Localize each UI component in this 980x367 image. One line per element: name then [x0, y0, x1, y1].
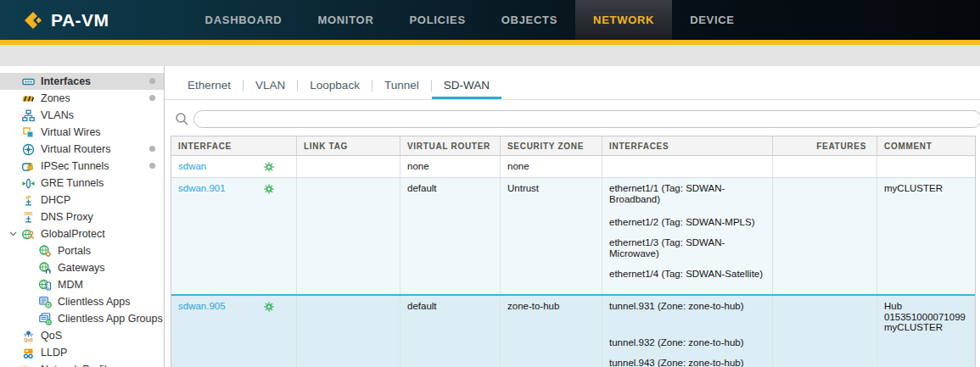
tab-loopback[interactable]: Loopback [298, 79, 372, 99]
sidebar-item-label: Clientless App Groups [58, 313, 163, 325]
mdm-icon [39, 279, 52, 292]
sidebar-item-virtual-routers[interactable]: Virtual Routers [0, 141, 164, 158]
svg-text:DNS: DNS [25, 212, 33, 216]
column-header-features[interactable]: FEATURES [773, 136, 877, 156]
cell-comment: myCLUSTER [877, 178, 975, 294]
dhcp-icon: IP [22, 194, 35, 207]
sidebar-item-label: Virtual Routers [41, 143, 110, 155]
sdwan-interfaces-table: INTERFACE LINK TAG VIRTUAL ROUTER SECURI… [171, 136, 976, 367]
qos-icon: QoS [22, 330, 35, 342]
interface-entry: ethernet1/2 (Tag: SDWAN-MPLS) [609, 217, 765, 228]
sidebar-item-vlans[interactable]: VLANs [0, 107, 164, 124]
svg-text:IP: IP [26, 194, 31, 199]
sidebar-item-label: Clientless Apps [58, 296, 130, 308]
cell-link-tag [297, 156, 400, 177]
nav-network[interactable]: NETWORK [575, 0, 672, 40]
sidebar-item-dhcp[interactable]: IP DHCP [0, 192, 164, 209]
sidebar-item-label: LLDP [41, 347, 67, 359]
comment-line: Hub [884, 301, 968, 312]
paloalto-logo-icon [23, 10, 43, 31]
sidebar-item-ipsec-tunnels[interactable]: IPSec Tunnels [0, 158, 164, 175]
cell-interfaces: tunnel.931 (Zone: zone-to-hub) tunnel.93… [602, 296, 773, 367]
cell-comment [877, 156, 975, 177]
interface-entry: ethernet1/4 (Tag: SDWAN-Satellite) [609, 269, 765, 280]
sidebar-item-zones[interactable]: Zones [0, 90, 164, 107]
sidebar-item-qos[interactable]: QoS QoS [0, 327, 164, 344]
column-header-interface[interactable]: INTERFACE [171, 136, 297, 156]
search-input[interactable] [193, 110, 980, 128]
gear-icon[interactable] [264, 162, 274, 172]
virtual-wires-icon [22, 126, 35, 139]
tab-sdwan[interactable]: SD-WAN [432, 79, 501, 99]
gear-icon[interactable] [264, 302, 274, 312]
interface-link-sdwan-905[interactable]: sdwan.905 [178, 301, 226, 311]
column-header-security-zone[interactable]: SECURITY ZONE [501, 136, 602, 156]
network-profiles-icon [22, 364, 35, 367]
column-header-comment[interactable]: COMMENT [877, 136, 975, 156]
globalprotect-icon [22, 228, 35, 241]
comment-line: myCLUSTER [884, 322, 968, 333]
virtual-routers-icon [22, 143, 35, 156]
sidebar-item-clientless-app-groups[interactable]: Clientless App Groups [0, 310, 164, 327]
sidebar-item-label: Virtual Wires [41, 126, 101, 138]
nav-policies[interactable]: POLICIES [391, 0, 483, 40]
nav-objects[interactable]: OBJECTS [484, 0, 575, 40]
nav-monitor[interactable]: MONITOR [300, 0, 391, 40]
sidebar-item-network-profiles[interactable]: Network Profiles [0, 361, 164, 367]
tab-vlan[interactable]: VLAN [244, 79, 297, 99]
cell-link-tag [297, 178, 400, 294]
interface-entry: tunnel.932 (Zone: zone-to-hub) [609, 337, 765, 348]
search-bar [175, 110, 980, 128]
cell-interfaces: ethernet1/1 (Tag: SDWAN-Broadband) ether… [602, 178, 773, 294]
cell-comment: Hub 015351000071099 myCLUSTER [877, 296, 975, 367]
sidebar-item-mdm[interactable]: MDM [0, 276, 164, 293]
cell-virtual-router: none [400, 156, 501, 177]
vlans-icon [22, 109, 35, 122]
nav-device[interactable]: DEVICE [672, 0, 753, 40]
sidebar-item-interfaces[interactable]: Interfaces [0, 73, 164, 90]
sidebar-item-label: GRE Tunnels [41, 177, 104, 189]
dns-proxy-icon: DNS [22, 211, 35, 224]
cell-link-tag [297, 296, 400, 367]
interface-link-sdwan-901[interactable]: sdwan.901 [178, 183, 226, 193]
brand-name: PA-VM [51, 10, 109, 31]
sidebar-item-label: VLANs [41, 109, 74, 121]
gear-icon[interactable] [264, 184, 274, 194]
sidebar-item-gre-tunnels[interactable]: GRE Tunnels [0, 175, 164, 192]
sidebar-item-virtual-wires[interactable]: Virtual Wires [0, 124, 164, 141]
chevron-down-icon[interactable] [9, 231, 17, 236]
interface-entry: ethernet1/3 (Tag: SDWAN-Microwave) [609, 237, 765, 259]
comment-line: myCLUSTER [884, 183, 968, 194]
sidebar-item-label: IPSec Tunnels [41, 160, 109, 172]
tab-tunnel[interactable]: Tunnel [372, 79, 431, 99]
sidebar: Interfaces Zones VLANs Virtual Wires Vir… [0, 66, 165, 367]
table-row: sdwan none none [171, 156, 975, 178]
sidebar-item-globalprotect[interactable]: GlobalProtect [0, 225, 164, 242]
sidebar-item-label: QoS [41, 330, 62, 342]
column-header-interfaces[interactable]: INTERFACES [602, 136, 773, 156]
ipsec-tunnels-icon [22, 160, 35, 173]
column-header-link-tag[interactable]: LINK TAG [297, 136, 400, 156]
sidebar-item-dns-proxy[interactable]: DNS DNS Proxy [0, 209, 164, 225]
cell-security-zone: none [501, 156, 602, 177]
sidebar-item-gateways[interactable]: Gateways [0, 259, 164, 276]
comment-line: 015351000071099 [884, 312, 968, 323]
brand[interactable]: PA-VM [23, 0, 109, 40]
search-icon [175, 112, 189, 126]
nav-dashboard[interactable]: DASHBOARD [188, 0, 300, 40]
sidebar-item-clientless-apps[interactable]: Clientless Apps [0, 293, 164, 310]
tab-ethernet[interactable]: Ethernet [176, 79, 243, 99]
main-content: Ethernet VLAN Loopback Tunnel SD-WAN INT… [165, 66, 980, 367]
sidebar-item-label: Interfaces [41, 75, 91, 87]
interfaces-icon [22, 75, 35, 88]
sidebar-item-lldp[interactable]: LLDP [0, 344, 164, 361]
table-row: sdwan.901 default Untrust ethernet1/1 (T… [171, 178, 975, 296]
sidebar-item-label: DNS Proxy [41, 211, 93, 223]
column-header-virtual-router[interactable]: VIRTUAL ROUTER [400, 136, 501, 156]
portals-icon [39, 245, 52, 258]
sidebar-item-portals[interactable]: Portals [0, 242, 164, 259]
interface-entry: tunnel.931 (Zone: zone-to-hub) [609, 301, 765, 312]
cell-features [773, 156, 877, 177]
interface-link-sdwan[interactable]: sdwan [178, 161, 206, 171]
sidebar-item-label: DHCP [41, 194, 70, 206]
